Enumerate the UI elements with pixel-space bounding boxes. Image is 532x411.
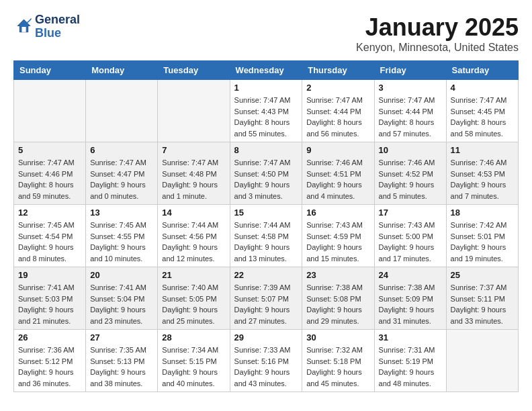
weekday-header: Monday bbox=[86, 61, 158, 80]
day-number: 28 bbox=[162, 332, 225, 342]
calendar-cell bbox=[86, 80, 158, 142]
day-info-line: Daylight: 9 hours bbox=[90, 306, 146, 314]
day-info-line: Sunrise: 7:47 AM bbox=[306, 96, 363, 104]
day-info-line: Sunrise: 7:32 AM bbox=[306, 346, 363, 354]
day-info-line: Sunset: 4:48 PM bbox=[162, 170, 216, 178]
day-info-line: Sunset: 5:05 PM bbox=[162, 295, 216, 303]
calendar-cell: 6Sunrise: 7:47 AMSunset: 4:47 PMDaylight… bbox=[86, 142, 158, 205]
day-info-line: and 23 minutes. bbox=[90, 317, 142, 325]
day-number: 9 bbox=[306, 145, 369, 155]
calendar-cell: 29Sunrise: 7:33 AMSunset: 5:16 PMDayligh… bbox=[230, 330, 302, 392]
day-info-line: and 27 minutes. bbox=[234, 317, 287, 325]
day-info-line: Sunset: 4:55 PM bbox=[90, 232, 144, 240]
day-info-line: and 55 minutes. bbox=[234, 130, 287, 138]
day-info-line: and 33 minutes. bbox=[451, 317, 503, 325]
logo-icon bbox=[13, 17, 32, 36]
day-info-line: Sunset: 4:51 PM bbox=[306, 170, 361, 178]
day-number: 20 bbox=[90, 270, 153, 280]
day-info-line: Daylight: 9 hours bbox=[234, 243, 290, 251]
day-info-line: and 38 minutes. bbox=[90, 379, 142, 387]
day-info-line: Sunrise: 7:38 AM bbox=[379, 283, 435, 291]
day-info-line: Daylight: 8 hours bbox=[306, 118, 362, 126]
day-info-line: and 7 minutes. bbox=[451, 192, 499, 200]
day-info-line: and 3 minutes. bbox=[234, 192, 283, 200]
day-info-line: Sunset: 4:59 PM bbox=[306, 232, 361, 240]
day-info-line: and 4 minutes. bbox=[306, 192, 355, 200]
day-info-line: Sunset: 4:43 PM bbox=[234, 107, 289, 116]
calendar-week-row: 5Sunrise: 7:47 AMSunset: 4:46 PMDaylight… bbox=[14, 142, 519, 205]
day-info-line: Sunset: 5:11 PM bbox=[451, 295, 505, 303]
day-info-line: Sunrise: 7:47 AM bbox=[234, 96, 291, 104]
day-info: Sunrise: 7:47 AMSunset: 4:44 PMDaylight:… bbox=[379, 95, 442, 139]
day-number: 26 bbox=[18, 332, 81, 342]
day-info-line: Sunrise: 7:47 AM bbox=[18, 158, 75, 167]
day-info-line: Sunset: 5:16 PM bbox=[234, 357, 289, 365]
day-info: Sunrise: 7:46 AMSunset: 4:51 PMDaylight:… bbox=[306, 157, 369, 201]
day-info-line: Sunrise: 7:43 AM bbox=[379, 221, 435, 229]
day-info-line: Sunrise: 7:35 AM bbox=[90, 346, 146, 354]
day-info-line: and 36 minutes. bbox=[18, 379, 71, 387]
day-number: 30 bbox=[306, 332, 369, 342]
day-info-line: Daylight: 8 hours bbox=[451, 118, 506, 126]
day-info-line: Sunset: 5:04 PM bbox=[90, 295, 144, 303]
calendar-cell: 28Sunrise: 7:34 AMSunset: 5:15 PMDayligh… bbox=[158, 330, 230, 392]
day-number: 17 bbox=[379, 208, 442, 218]
day-info-line: and 17 minutes. bbox=[379, 255, 431, 263]
day-info-line: Sunset: 5:12 PM bbox=[18, 357, 73, 365]
day-info-line: Sunset: 5:19 PM bbox=[379, 357, 433, 365]
day-info-line: and 13 minutes. bbox=[234, 255, 287, 263]
day-info-line: Sunset: 5:15 PM bbox=[162, 357, 216, 365]
day-info-line: Sunset: 4:54 PM bbox=[18, 232, 73, 240]
calendar-cell: 3Sunrise: 7:47 AMSunset: 4:44 PMDaylight… bbox=[374, 80, 446, 142]
day-number: 7 bbox=[162, 145, 225, 155]
page-header: General Blue January 2025 Kenyon, Minnes… bbox=[13, 13, 519, 54]
day-number: 29 bbox=[234, 332, 298, 342]
day-info-line: and 25 minutes. bbox=[162, 317, 214, 325]
day-info: Sunrise: 7:39 AMSunset: 5:07 PMDaylight:… bbox=[234, 282, 298, 326]
day-info-line: and 57 minutes. bbox=[379, 130, 431, 138]
weekday-header: Wednesday bbox=[230, 61, 302, 80]
day-number: 18 bbox=[451, 208, 514, 218]
day-info-line: and 40 minutes. bbox=[162, 379, 214, 387]
weekday-header: Saturday bbox=[446, 61, 518, 80]
day-info: Sunrise: 7:41 AMSunset: 5:03 PMDaylight:… bbox=[18, 282, 81, 326]
day-number: 1 bbox=[234, 83, 298, 93]
day-info-line: Daylight: 9 hours bbox=[162, 243, 218, 251]
day-info-line: Sunset: 4:50 PM bbox=[234, 170, 289, 178]
day-info-line: Sunset: 4:47 PM bbox=[90, 170, 144, 178]
month-title: January 2025 bbox=[356, 13, 519, 42]
day-info-line: Sunrise: 7:47 AM bbox=[451, 96, 507, 104]
calendar-cell: 27Sunrise: 7:35 AMSunset: 5:13 PMDayligh… bbox=[86, 330, 158, 392]
calendar-cell: 21Sunrise: 7:40 AMSunset: 5:05 PMDayligh… bbox=[158, 267, 230, 330]
calendar-week-row: 1Sunrise: 7:47 AMSunset: 4:43 PMDaylight… bbox=[14, 80, 519, 142]
day-number: 21 bbox=[162, 270, 225, 280]
day-info-line: and 29 minutes. bbox=[306, 317, 359, 325]
day-info-line: Sunrise: 7:45 AM bbox=[18, 221, 75, 229]
calendar-cell: 18Sunrise: 7:42 AMSunset: 5:01 PMDayligh… bbox=[446, 205, 518, 267]
day-info-line: and 43 minutes. bbox=[234, 379, 287, 387]
calendar: SundayMondayTuesdayWednesdayThursdayFrid… bbox=[13, 60, 519, 392]
day-info-line: and 12 minutes. bbox=[162, 255, 214, 263]
day-info: Sunrise: 7:38 AMSunset: 5:09 PMDaylight:… bbox=[379, 282, 442, 326]
day-info-line: Sunrise: 7:47 AM bbox=[234, 158, 291, 167]
day-info-line: and 45 minutes. bbox=[306, 379, 359, 387]
day-info-line: Sunset: 4:58 PM bbox=[234, 232, 289, 240]
day-info-line: and 21 minutes. bbox=[18, 317, 71, 325]
day-info-line: Daylight: 9 hours bbox=[234, 306, 290, 314]
day-info-line: Daylight: 9 hours bbox=[90, 368, 146, 376]
day-number: 19 bbox=[18, 270, 81, 280]
day-info-line: and 0 minutes. bbox=[90, 192, 138, 200]
day-info-line: Sunrise: 7:34 AM bbox=[162, 346, 218, 354]
day-info-line: Sunrise: 7:42 AM bbox=[451, 221, 507, 229]
day-info-line: and 59 minutes. bbox=[18, 192, 71, 200]
day-info-line: Daylight: 9 hours bbox=[162, 306, 218, 314]
day-number: 24 bbox=[379, 270, 442, 280]
title-area: January 2025 Kenyon, Minnesota, United S… bbox=[356, 13, 519, 54]
calendar-week-row: 12Sunrise: 7:45 AMSunset: 4:54 PMDayligh… bbox=[14, 205, 519, 267]
day-info: Sunrise: 7:42 AMSunset: 5:01 PMDaylight:… bbox=[451, 220, 514, 264]
calendar-cell: 9Sunrise: 7:46 AMSunset: 4:51 PMDaylight… bbox=[302, 142, 374, 205]
logo: General Blue bbox=[13, 13, 80, 40]
day-info-line: Sunrise: 7:38 AM bbox=[306, 283, 363, 291]
day-info-line: Sunrise: 7:39 AM bbox=[234, 283, 291, 291]
day-number: 25 bbox=[451, 270, 514, 280]
